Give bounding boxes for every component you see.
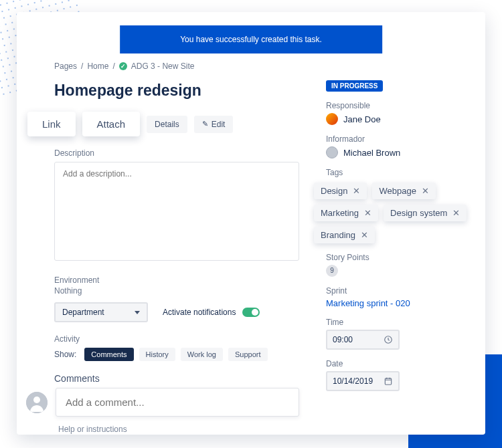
- avatar-icon: [326, 113, 338, 125]
- tab-history[interactable]: History: [139, 348, 175, 361]
- close-icon[interactable]: ✕: [364, 208, 371, 218]
- story-points-label: Story Points: [326, 253, 467, 262]
- page-title: Homepage redesign: [54, 82, 299, 100]
- details-button[interactable]: Details: [147, 116, 187, 133]
- close-icon[interactable]: ✕: [353, 186, 360, 196]
- svg-point-1: [33, 397, 40, 403]
- success-banner: You have successfully created this task.: [120, 25, 382, 53]
- time-value: 09:00: [333, 335, 353, 344]
- tags-label: Tags: [326, 168, 467, 177]
- tag-text: Design: [321, 186, 347, 196]
- time-field[interactable]: 09:00: [326, 330, 400, 350]
- tags-list: Design✕ Webpage✕ Marketing✕ Design syste…: [314, 183, 485, 243]
- edit-label: Edit: [212, 120, 226, 129]
- story-points-value: 9: [326, 265, 338, 277]
- department-select[interactable]: Department: [54, 302, 148, 322]
- comment-input[interactable]: [56, 388, 299, 417]
- description-label: Description: [54, 148, 299, 158]
- help-text: Help or instructions: [58, 425, 299, 434]
- description-input[interactable]: [54, 162, 299, 261]
- avatar-icon: [326, 146, 338, 158]
- breadcrumb-current: ADG 3 - New Site: [131, 62, 195, 71]
- date-value: 10/14/2019: [333, 376, 373, 386]
- informer-label: Informador: [326, 134, 467, 144]
- tab-support[interactable]: Support: [228, 348, 268, 361]
- comments-title: Comments: [54, 373, 299, 384]
- task-card: You have successfully created this task.…: [17, 12, 485, 435]
- date-field[interactable]: 10/14/2019: [326, 371, 400, 391]
- sprint-label: Sprint: [326, 286, 467, 296]
- responsible-person: Jane Doe: [326, 113, 467, 125]
- tab-worklog[interactable]: Work log: [181, 348, 223, 361]
- responsible-name: Jane Doe: [343, 114, 381, 124]
- breadcrumb-separator: /: [112, 62, 114, 71]
- time-label: Time: [326, 318, 467, 327]
- status-badge: In Progress: [326, 80, 383, 92]
- environment-label: Environment: [54, 275, 299, 285]
- informer-person: Michael Brown: [326, 146, 467, 158]
- side-column: In Progress Responsible Jane Doe Informa…: [326, 78, 467, 435]
- notifications-toggle[interactable]: [242, 308, 260, 317]
- check-circle-icon: ✓: [119, 62, 127, 70]
- tag-text: Design system: [390, 208, 447, 218]
- department-select-label: Department: [62, 308, 104, 317]
- close-icon[interactable]: ✕: [452, 208, 460, 218]
- sprint-link[interactable]: Marketing sprint - 020: [326, 298, 467, 308]
- link-button[interactable]: Link: [27, 112, 76, 136]
- activity-label: Activity: [54, 334, 299, 344]
- activity-tabs: Show: Comments History Work log Support: [54, 348, 299, 361]
- date-label: Date: [326, 359, 467, 368]
- tag-item[interactable]: Branding✕: [314, 227, 375, 243]
- breadcrumb: Pages / Home / ✓ ADG 3 - New Site: [54, 62, 467, 71]
- responsible-label: Responsible: [326, 101, 467, 110]
- chevron-down-icon: [135, 311, 140, 314]
- breadcrumb-home[interactable]: Home: [87, 62, 108, 71]
- tag-text: Marketing: [321, 208, 359, 218]
- clock-icon: [384, 335, 393, 344]
- calendar-icon: [384, 376, 393, 386]
- user-avatar: [26, 392, 48, 413]
- informer-name: Michael Brown: [343, 148, 400, 158]
- breadcrumb-separator: /: [81, 62, 83, 71]
- close-icon[interactable]: ✕: [422, 186, 429, 196]
- svg-rect-3: [385, 378, 391, 384]
- environment-value: Nothing: [54, 286, 299, 296]
- breadcrumb-pages[interactable]: Pages: [54, 62, 77, 71]
- tag-text: Webpage: [379, 186, 416, 196]
- show-label: Show:: [54, 350, 76, 359]
- tag-item[interactable]: Webpage✕: [372, 183, 435, 199]
- tag-item[interactable]: Design system✕: [384, 205, 467, 221]
- close-icon[interactable]: ✕: [361, 230, 368, 240]
- tag-item[interactable]: Marketing✕: [314, 205, 378, 221]
- tab-comments[interactable]: Comments: [84, 348, 133, 361]
- notifications-label: Activate notifications: [163, 308, 236, 317]
- main-column: Homepage redesign Link Attach Details ✎ …: [54, 78, 299, 435]
- tag-text: Branding: [321, 230, 355, 240]
- pencil-icon: ✎: [202, 120, 208, 128]
- tag-item[interactable]: Design✕: [314, 183, 367, 199]
- avatar-icon: [26, 392, 48, 413]
- edit-button[interactable]: ✎ Edit: [194, 116, 234, 133]
- attach-button[interactable]: Attach: [82, 112, 141, 136]
